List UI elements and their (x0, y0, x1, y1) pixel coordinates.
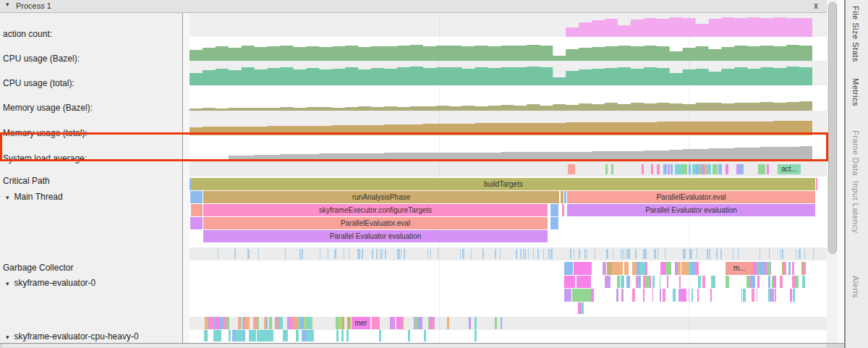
trace-tick (576, 276, 591, 288)
trace-tick (234, 249, 236, 259)
track-label-text: Memory usage (Bazel): (3, 103, 93, 113)
critical-path-tick[interactable] (642, 164, 644, 174)
right-tab-sidebar: File Size StatsMetricsFrame DataInput La… (844, 0, 868, 348)
trace-tick (813, 249, 814, 259)
track-label[interactable]: ▾skyframe-evaluator-0 (6, 278, 95, 288)
trace-slice[interactable]: ParallelEvaluator.eval (567, 191, 815, 203)
trace-slice[interactable]: m... (726, 262, 753, 275)
critical-path-tick[interactable] (718, 164, 722, 174)
trace-tick (624, 249, 624, 259)
trace-tick (617, 276, 620, 288)
critical-path-tick[interactable] (671, 164, 673, 174)
counter-chart[interactable] (190, 14, 812, 37)
trace-tick (622, 249, 623, 259)
trace-slice[interactable]: mer (352, 317, 370, 329)
critical-path-tick[interactable] (605, 164, 608, 174)
sidebar-tab-metrics[interactable]: Metrics (851, 78, 860, 106)
trace-slice[interactable] (564, 191, 566, 203)
critical-path-tick[interactable] (651, 164, 653, 174)
trace-tick (564, 262, 573, 275)
critical-path-tick[interactable] (611, 164, 613, 174)
horizontal-scrollbar[interactable] (0, 343, 844, 348)
sidebar-tab-file-size-stats[interactable]: File Size Stats (851, 6, 860, 62)
trace-tick (591, 289, 594, 302)
trace-slice[interactable] (550, 217, 558, 229)
trace-tick (643, 289, 644, 302)
critical-path-tick[interactable] (712, 164, 718, 174)
trace-tick (341, 330, 344, 341)
trace-tick (277, 317, 278, 329)
critical-path-tick[interactable] (740, 164, 744, 174)
trace-slice[interactable]: Parallel Evaluator evaluation (567, 204, 815, 216)
critical-path-tick[interactable] (707, 164, 711, 174)
critical-path-tick[interactable] (758, 164, 765, 174)
trace-slice[interactable] (190, 191, 203, 203)
counter-chart[interactable] (190, 137, 812, 161)
sidebar-tab-frame-data[interactable]: Frame Data (851, 130, 860, 176)
vertical-scrollbar-thumb[interactable] (828, 2, 837, 254)
trace-slice[interactable] (816, 178, 817, 190)
thread-collapse-icon[interactable]: ▾ (6, 194, 9, 201)
trace-slice[interactable]: ParallelEvaluator.eval (203, 217, 548, 229)
trace-tick (404, 249, 405, 259)
trace-slice[interactable] (561, 191, 563, 203)
critical-path-tick[interactable] (668, 164, 670, 174)
trace-slice[interactable]: Parallel Evaluator evaluation (203, 230, 548, 242)
counter-chart[interactable] (190, 87, 812, 111)
trace-tick (252, 330, 255, 341)
trace-slice[interactable] (550, 204, 558, 216)
track-label[interactable]: ▾Main Thread (6, 192, 63, 202)
trace-slice[interactable] (190, 217, 203, 229)
trace-tick (581, 302, 584, 314)
horizontal-scrollbar-thumb[interactable] (2, 344, 827, 347)
sidebar-tab-input-latency[interactable]: Input Latency (851, 181, 860, 234)
thread-collapse-icon[interactable]: ▾ (6, 280, 9, 287)
trace-tick (681, 262, 686, 275)
critical-path-tick[interactable] (657, 164, 660, 174)
critical-path-tick[interactable] (663, 164, 667, 174)
trace-tick (564, 289, 571, 302)
trace-tick (746, 276, 750, 288)
thread-collapse-icon[interactable]: ▾ (6, 334, 9, 341)
trace-tick (289, 317, 293, 329)
trace-tick (608, 276, 610, 288)
vertical-scrollbar[interactable] (827, 0, 838, 343)
critical-path-slice[interactable]: act... (778, 164, 801, 174)
trace-tick (667, 276, 668, 288)
trace-slice[interactable]: skyframeExecutor.configureTargets (203, 204, 548, 216)
trace-tick (242, 317, 244, 329)
timeline-canvas[interactable]: act...buildTargetsrunAnalysisPhaseParall… (190, 13, 827, 343)
trace-slice[interactable] (191, 204, 203, 216)
critical-path-tick[interactable] (726, 164, 728, 174)
trace-tick (495, 317, 497, 329)
trace-slice[interactable] (562, 204, 564, 216)
trace-tick (372, 317, 380, 329)
trace-tick (475, 317, 477, 329)
counter-chart[interactable] (190, 62, 812, 85)
trace-tick (603, 262, 605, 275)
counter-chart[interactable] (190, 112, 812, 135)
critical-path-tick[interactable] (689, 164, 691, 174)
critical-path-tick[interactable] (568, 164, 575, 174)
track-label[interactable]: ▾skyframe-evaluator-cpu-heavy-0 (6, 331, 139, 341)
trace-tick (643, 249, 644, 259)
trace-tick (266, 330, 269, 341)
close-icon[interactable]: x (814, 1, 818, 11)
trace-tick (238, 317, 240, 329)
critical-path-tick[interactable] (675, 164, 682, 174)
trace-tick (249, 330, 252, 341)
sidebar-tab-alerts[interactable]: Alerts (851, 276, 860, 298)
collapse-arrow-icon[interactable]: ▾ (6, 1, 9, 8)
critical-path-tick[interactable] (682, 164, 687, 174)
trace-tick (475, 330, 477, 341)
trace-tick (790, 289, 792, 302)
trace-tick (543, 249, 544, 259)
counter-chart[interactable] (190, 38, 812, 61)
trace-tick (550, 249, 551, 259)
critical-path-tick[interactable] (767, 164, 769, 174)
process-header[interactable]: ▾ Process 1 x (0, 0, 827, 13)
trace-slice[interactable]: runAnalysisPhase (203, 191, 559, 203)
trace-slice[interactable]: buildTargets (192, 178, 815, 190)
trace-tick (347, 317, 350, 329)
trace-tick (346, 330, 349, 341)
